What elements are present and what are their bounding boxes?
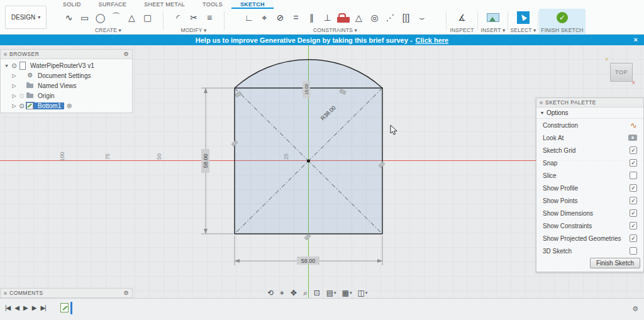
- show-dimensions-checkbox[interactable]: ✓: [630, 209, 637, 217]
- finish-sketch-dropdown[interactable]: FINISH SKETCH ▾: [539, 26, 586, 34]
- pan-tool[interactable]: ✥: [289, 288, 299, 298]
- play-button[interactable]: ▶: [23, 304, 28, 311]
- expand-caret-icon[interactable]: ▷: [11, 93, 18, 99]
- 3d-sketch-checkbox[interactable]: [630, 247, 637, 255]
- step-forward-button[interactable]: ▶: [32, 304, 36, 311]
- sketch-palette-header[interactable]: SKETCH PALETTE: [536, 98, 643, 108]
- expand-caret-icon[interactable]: ▷: [11, 73, 18, 79]
- parallel-constraint[interactable]: ∥: [306, 11, 318, 25]
- create-dropdown[interactable]: CREATE ▾: [54, 26, 162, 34]
- gear-icon[interactable]: ⚙: [123, 51, 129, 57]
- show-projected-geometries-checkbox[interactable]: ✓: [630, 234, 637, 242]
- arc-height-dimension[interactable]: 16.00: [303, 81, 310, 98]
- browser-item-document-settings[interactable]: ▷ ⚙ Document Settings: [1, 70, 132, 80]
- fillet-tool[interactable]: ◜: [172, 11, 184, 25]
- snap-checkbox[interactable]: ✓: [630, 159, 637, 167]
- collinear-constraint[interactable]: ⋰: [384, 11, 397, 25]
- visibility-eye-icon[interactable]: ⊙: [10, 62, 18, 69]
- go-to-start-button[interactable]: |◀: [5, 304, 10, 311]
- look-at-icon[interactable]: [628, 135, 637, 141]
- timeline-position-marker[interactable]: [70, 302, 72, 314]
- inspect-dropdown[interactable]: INSPECT ▾: [448, 26, 476, 34]
- tree-item-label[interactable]: Document Settings: [35, 72, 94, 79]
- width-dimension[interactable]: 58.00: [235, 236, 382, 265]
- gear-icon[interactable]: ⚙: [632, 305, 638, 313]
- equal-constraint[interactable]: =: [290, 11, 303, 25]
- constraints-dropdown[interactable]: CONSTRAINTS ▾: [226, 26, 445, 34]
- palette-option-row[interactable]: Snap ✓: [536, 157, 643, 169]
- visibility-eye-icon[interactable]: ⊙: [18, 102, 26, 109]
- slot-tool[interactable]: ▢: [142, 11, 154, 25]
- tab-solid[interactable]: SOLID: [54, 0, 90, 9]
- palette-option-row[interactable]: Show Dimensions ✓: [536, 207, 643, 219]
- sketch-grid-checkbox[interactable]: ✓: [630, 146, 637, 154]
- circle-tool[interactable]: ◯: [94, 11, 107, 25]
- slice-checkbox[interactable]: [630, 172, 637, 179]
- browser-item-root[interactable]: ▾ ⊙ WaterPipeRouterV3 v1: [1, 60, 132, 70]
- arc-tool[interactable]: ⌒: [110, 11, 123, 25]
- show-profile-checkbox[interactable]: ✓: [630, 184, 637, 192]
- close-icon[interactable]: ×: [634, 35, 638, 45]
- viewport-canvas[interactable]: 100 75 50 25 58.00: [0, 45, 644, 298]
- palette-option-row[interactable]: Slice: [536, 169, 643, 182]
- fit-tool[interactable]: ⊡: [312, 288, 323, 298]
- design-workspace-menu[interactable]: DESIGN ▾: [5, 6, 47, 29]
- step-back-button[interactable]: ◀: [14, 304, 19, 311]
- tab-sheet-metal[interactable]: SHEET METAL: [135, 0, 194, 9]
- show-points-checkbox[interactable]: ✓: [630, 197, 637, 204]
- select-tool[interactable]: [517, 11, 530, 24]
- browser-panel-header[interactable]: BROWSER ⚙: [1, 50, 132, 59]
- select-dropdown[interactable]: SELECT ▾: [509, 26, 537, 34]
- visibility-eye-icon[interactable]: ⊙: [18, 92, 26, 99]
- tangent-constraint[interactable]: ⊘: [274, 11, 287, 25]
- viewports-menu[interactable]: ◫ ▾: [355, 288, 369, 298]
- palette-options-section[interactable]: ▾ Options: [536, 108, 643, 119]
- toolbar-group-finish-sketch[interactable]: ✓ FINISH SKETCH ▾: [539, 9, 586, 35]
- expand-caret-icon[interactable]: ▷: [11, 103, 18, 109]
- line-tool[interactable]: ∿: [63, 11, 75, 25]
- curvature-constraint[interactable]: ⌣: [416, 11, 428, 25]
- symmetry-constraint[interactable]: [|]: [400, 11, 413, 25]
- browser-item-bottom1[interactable]: ▷ ⊙ Bottom1 ◎: [1, 101, 132, 111]
- trim-tool[interactable]: ✂: [187, 11, 200, 25]
- midpoint-constraint[interactable]: △: [353, 11, 365, 25]
- browser-item-named-views[interactable]: ▷ Named Views: [1, 80, 132, 91]
- go-to-end-button[interactable]: ▶|: [40, 304, 45, 311]
- offset-tool[interactable]: ≡: [203, 11, 216, 25]
- tab-sketch[interactable]: SKETCH: [231, 0, 274, 9]
- look-at-tool[interactable]: ⌖: [278, 288, 287, 298]
- tree-item-label[interactable]: Origin: [35, 92, 58, 99]
- grid-and-snaps-menu[interactable]: ▦ ▾: [340, 288, 354, 298]
- banner-link[interactable]: Click here: [416, 36, 449, 44]
- palette-option-row[interactable]: Look At: [536, 131, 643, 144]
- palette-option-row[interactable]: Construction ∿: [536, 119, 643, 131]
- height-dimension[interactable]: 58.00: [201, 88, 233, 234]
- tree-item-label[interactable]: Bottom1: [35, 102, 64, 109]
- display-settings-menu[interactable]: ▤ ▾: [325, 288, 338, 298]
- tree-item-label[interactable]: WaterPipeRouterV3 v1: [27, 62, 97, 69]
- perpendicular-constraint[interactable]: ⊥: [321, 11, 334, 25]
- timeline-sketch-feature[interactable]: [60, 303, 69, 312]
- concentric-constraint[interactable]: ◎: [369, 11, 381, 25]
- tab-tools[interactable]: TOOLS: [194, 0, 231, 9]
- insert-dropdown[interactable]: INSERT ▾: [479, 26, 507, 34]
- palette-option-row[interactable]: Show Projected Geometries ✓: [536, 232, 643, 245]
- palette-option-row[interactable]: Show Constraints ✓: [536, 219, 643, 232]
- measure-tool[interactable]: ∡: [456, 11, 469, 25]
- palette-option-row[interactable]: Show Points ✓: [536, 194, 643, 207]
- polygon-tool[interactable]: △: [126, 11, 138, 25]
- viewcube[interactable]: Y TOP X: [605, 57, 635, 86]
- activate-radio-icon[interactable]: ◎: [67, 102, 72, 109]
- gear-icon[interactable]: ⚙: [123, 290, 129, 296]
- modify-dropdown[interactable]: MODIFY ▾: [165, 26, 222, 34]
- expand-caret-icon[interactable]: ▾: [3, 63, 10, 69]
- viewcube-top-face[interactable]: TOP: [610, 63, 633, 82]
- comments-panel-header[interactable]: COMMENTS ⚙: [1, 289, 132, 298]
- sketch-origin-point[interactable]: [307, 159, 310, 162]
- fix-unfix-constraint[interactable]: [337, 17, 350, 23]
- browser-item-origin[interactable]: ▷ ⊙ Origin: [1, 91, 132, 101]
- tree-item-label[interactable]: Named Views: [35, 82, 80, 89]
- palette-option-row[interactable]: Show Profile ✓: [536, 182, 643, 194]
- orbit-tool[interactable]: ⟲: [265, 288, 276, 298]
- horizontal-vertical-constraint[interactable]: ∟: [243, 11, 255, 25]
